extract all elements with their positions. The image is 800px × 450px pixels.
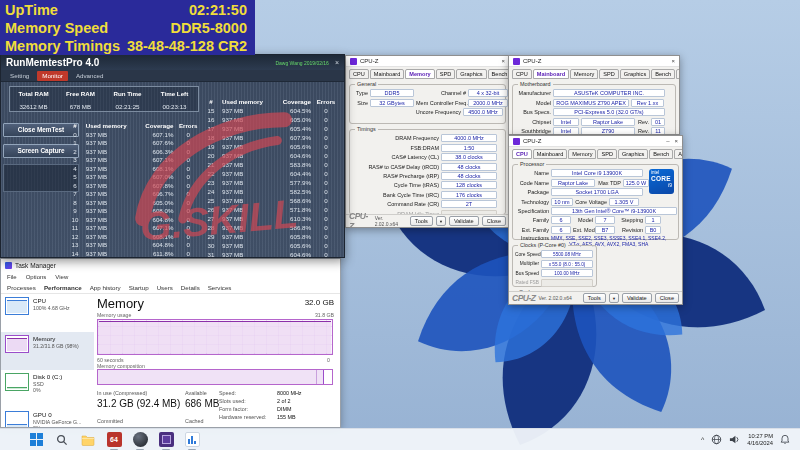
southbridge-vendor: Intel — [553, 127, 579, 135]
validate-button[interactable]: Validate — [449, 216, 479, 226]
memtest64-button[interactable]: 64 — [106, 432, 122, 448]
osd-row-memspeed: Memory Speed DDR5-8000 — [5, 19, 247, 37]
tab-app-history[interactable]: App history — [90, 284, 121, 291]
tab-cpu[interactable]: CPU — [512, 69, 532, 79]
tools-dropdown-icon[interactable]: ▼ — [609, 293, 619, 303]
tab-about[interactable]: About — [674, 149, 683, 159]
close-button[interactable]: Close — [482, 216, 506, 226]
tab-mainboard[interactable]: Mainboard — [533, 149, 567, 159]
tab-bench[interactable]: Bench — [649, 149, 673, 159]
tab-spd[interactable]: SPD — [597, 149, 617, 159]
tab-users[interactable]: Users — [157, 284, 173, 291]
stat-row: Hardware reserved: 155 MB — [219, 414, 337, 422]
cpu-thumbnail — [5, 297, 29, 315]
memtest-row: 13 937 MB 604.8% 0 — [67, 241, 203, 250]
close-icon[interactable]: × — [671, 58, 675, 64]
volume-icon[interactable] — [729, 434, 740, 445]
taskbar-apps: 64 — [0, 432, 200, 448]
tab-cpu[interactable]: CPU — [512, 149, 532, 159]
memtest-right-table: # Used memory Coverage Errors 15 937 MB … — [203, 97, 343, 259]
tab-memory[interactable]: Memory — [568, 149, 596, 159]
tab-bench[interactable]: Bench — [488, 69, 510, 79]
cached-label: Cached — [185, 418, 204, 424]
tab-about[interactable]: About — [676, 69, 680, 79]
validate-button[interactable]: Validate — [622, 293, 652, 303]
tray-chevron-icon[interactable]: ^ — [701, 436, 704, 443]
tab-services[interactable]: Services — [208, 284, 232, 291]
notification-bell-icon[interactable] — [780, 434, 790, 445]
summary-header: Run Time — [104, 90, 151, 97]
file-explorer-button[interactable] — [80, 432, 96, 448]
cpuz-memory-titlebar[interactable]: CPU-Z × — [346, 56, 509, 67]
tab-spd[interactable]: SPD — [599, 69, 619, 79]
timeline-end: 0 — [327, 357, 330, 363]
close-icon[interactable]: × — [501, 58, 505, 64]
panel-heading: Memory — [97, 296, 144, 311]
tools-button[interactable]: Tools — [410, 216, 433, 226]
tab-graphics[interactable]: Graphics — [620, 69, 650, 79]
revision-value: B0 — [645, 226, 661, 234]
tab-graphics[interactable]: Graphics — [618, 149, 648, 159]
uncore-value: 4500.0 MHz — [463, 108, 503, 116]
search-button[interactable] — [54, 432, 70, 448]
summary-value: 00:23:13 — [151, 103, 198, 110]
osd-overlay: UpTime 02:21:50 Memory Speed DDR5-8000 M… — [0, 0, 255, 55]
memtest-row: 2 937 MB 606.3% 0 — [67, 147, 203, 156]
menu-options[interactable]: Options — [26, 274, 47, 280]
memtest-close-icon[interactable]: × — [335, 59, 339, 66]
available-label: Available — [185, 390, 207, 396]
channel-value: 4 x 32-bit — [468, 89, 508, 97]
tab-cpu[interactable]: CPU — [349, 69, 369, 79]
tab-mainboard[interactable]: Mainboard — [370, 69, 404, 79]
tab-processes[interactable]: Processes — [7, 284, 36, 291]
tab-details[interactable]: Details — [181, 284, 200, 291]
tab-performance[interactable]: Performance — [44, 284, 82, 291]
menu-file[interactable]: File — [7, 274, 17, 280]
sidebar-item-cpu[interactable]: CPU100% 4.68 GHz — [1, 294, 94, 332]
tools-dropdown-icon[interactable]: ▼ — [436, 216, 446, 226]
taskbar-clock[interactable]: 10:27 PM 4/16/2024 — [747, 433, 773, 447]
close-button[interactable]: Close — [655, 293, 679, 303]
osd-memspeed-value: DDR5-8000 — [170, 20, 247, 36]
cpuz-cpu-titlebar[interactable]: CPU-Z – × — [509, 136, 682, 147]
ext-family-value: 6 — [551, 226, 571, 234]
monitor-app-button[interactable] — [184, 432, 200, 448]
network-icon[interactable] — [711, 434, 722, 445]
cpuz-mainboard-titlebar[interactable]: CPU-Z × — [509, 56, 679, 67]
code-name-label: Code Name — [515, 180, 549, 186]
sidebar-item-disk[interactable]: Disk 0 (C:)SSD0% — [1, 370, 94, 408]
task-manager-titlebar[interactable]: Task Manager — [1, 259, 340, 272]
memtest-tabs: Setting Monitor Advanced — [1, 70, 344, 82]
memory-composition-bar[interactable] — [97, 369, 333, 385]
type-value: DDR5 — [370, 89, 414, 97]
version-text: Ver. 2.02.0.x64 — [538, 295, 571, 301]
cpuz-taskbar-button[interactable] — [158, 432, 174, 448]
start-button[interactable] — [28, 432, 44, 448]
memtest-row: 7 937 MB 606.7% 0 — [67, 190, 203, 199]
tools-button[interactable]: Tools — [583, 293, 606, 303]
memtest-tab-advanced[interactable]: Advanced — [71, 71, 109, 81]
minimize-icon[interactable]: – — [666, 138, 669, 144]
tab-memory[interactable]: Memory — [405, 69, 434, 79]
tab-bench[interactable]: Bench — [651, 69, 675, 79]
summary-header: Time Left — [151, 90, 198, 97]
tab-startup[interactable]: Startup — [129, 284, 149, 291]
summary-value: 678 MB — [57, 103, 104, 110]
southbridge-rev-label: Rev. — [637, 128, 649, 134]
globe-app-button[interactable] — [132, 432, 148, 448]
memtest-tab-monitor[interactable]: Monitor — [37, 71, 68, 81]
memtest-tab-setting[interactable]: Setting — [5, 71, 34, 81]
sidebar-item-memory[interactable]: Memory31.2/31.8 GB (98%) — [1, 332, 94, 370]
menu-view[interactable]: View — [55, 274, 68, 280]
tab-memory[interactable]: Memory — [570, 69, 598, 79]
task-manager-window: Task Manager File Options View Processes… — [0, 258, 341, 428]
manufacturer-label: Manufacturer — [515, 90, 551, 96]
tab-spd[interactable]: SPD — [436, 69, 456, 79]
close-icon[interactable]: × — [674, 138, 678, 144]
sidebar-item-gpu[interactable]: GPU 0NVIDIA GeForce G...2% — [1, 408, 94, 427]
col-used-memory: Used memory — [83, 122, 130, 129]
tab-graphics[interactable]: Graphics — [456, 69, 486, 79]
col-errors: Errors — [173, 122, 203, 129]
tab-mainboard[interactable]: Mainboard — [533, 69, 569, 79]
memtest-titlebar[interactable]: RunMemtestPro 4.0 Dawg Wang 2019/02/16 × — [1, 55, 344, 70]
